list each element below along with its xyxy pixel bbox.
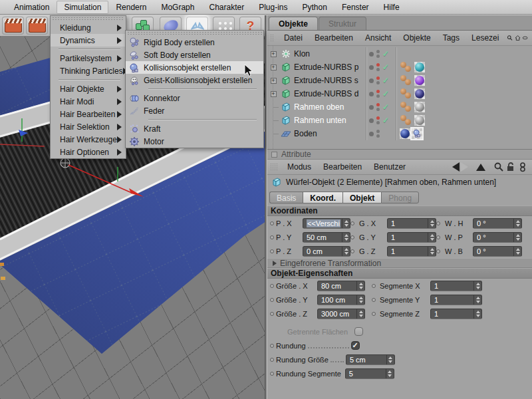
menu-animation[interactable]: Animation	[7, 1, 57, 14]
pz-field[interactable]: 0 cm	[303, 246, 350, 257]
keyframe-circle[interactable]	[270, 249, 274, 253]
lock-icon[interactable]	[505, 162, 516, 172]
layer-dot[interactable]	[369, 92, 374, 96]
visibility-dots[interactable]	[376, 116, 380, 124]
keyframe-circle[interactable]	[350, 221, 354, 225]
menu-item-hair-werkzeuge[interactable]: Hair Werkzeuge	[51, 133, 126, 146]
frozen-transformation-section[interactable]: Eingefrorene Transformation	[267, 258, 532, 268]
section-header-objekt-eigenschaften[interactable]: Objekt-Eigenschaften	[267, 268, 532, 279]
keyframe-circle[interactable]	[350, 249, 354, 253]
gz-field[interactable]: 1	[387, 246, 436, 257]
stepper[interactable]	[428, 247, 436, 256]
visibility-dots[interactable]	[376, 76, 380, 84]
enabled-check-icon[interactable]: ✓	[382, 49, 391, 59]
menu-item-thinking-particles[interactable]: Thinking Particles	[51, 65, 126, 77]
enabled-check-icon[interactable]: ✓	[382, 116, 391, 125]
menu-fenster[interactable]: Fenster	[334, 1, 376, 14]
menu-item-hair-selektion[interactable]: Hair Selektion	[51, 120, 126, 133]
compositing-tags[interactable]	[400, 62, 413, 72]
keyframe-circle[interactable]	[270, 298, 274, 302]
keyframe-circle[interactable]	[270, 221, 274, 225]
object-row-extrude-d[interactable]: + Extrude-NURBS d ✓	[267, 87, 532, 100]
search-icon[interactable]	[493, 162, 504, 172]
am-menu-bearbeiten[interactable]: Bearbeiten	[318, 161, 367, 173]
am-menu-benutzer[interactable]: Benutzer	[368, 161, 411, 173]
section-header-koordinaten[interactable]: Koordinaten	[267, 205, 532, 216]
keyframe-circle[interactable]	[270, 344, 274, 348]
wp-field[interactable]: 0 °	[473, 232, 522, 243]
stepper[interactable]	[473, 281, 481, 291]
menu-item-kraft[interactable]: Kraft	[126, 122, 263, 135]
separate-surfaces-checkbox[interactable]	[354, 327, 363, 336]
eye-icon[interactable]	[522, 33, 528, 43]
stepper[interactable]	[513, 219, 521, 228]
search-icon[interactable]	[507, 33, 513, 43]
stepper[interactable]	[513, 247, 521, 256]
stepper[interactable]	[428, 233, 436, 242]
menu-item-konnektor[interactable]: Konnektor	[126, 92, 263, 104]
menu-simulation[interactable]: Simulation	[57, 1, 108, 14]
menu-item-kleidung[interactable]: Kleidung	[51, 21, 126, 34]
material-tag[interactable]	[414, 102, 425, 112]
clapperboard-icon[interactable]	[2, 17, 24, 35]
tab-objekt[interactable]: Objekt	[342, 192, 381, 203]
expand-icon[interactable]: +	[271, 51, 277, 57]
enabled-check-icon[interactable]: ✓	[382, 76, 391, 85]
tab-phong[interactable]: Phong	[381, 192, 419, 203]
layer-dot[interactable]	[369, 132, 374, 136]
stepper[interactable]	[428, 219, 436, 228]
layer-dot[interactable]	[369, 65, 374, 70]
stepper[interactable]	[356, 309, 364, 319]
keyframe-circle[interactable]	[350, 235, 354, 239]
menu-item-dynamics[interactable]: Dynamics	[51, 34, 126, 47]
om-menu-objekte[interactable]: Objekte	[398, 32, 436, 44]
size-z-field[interactable]: 3000 cm	[317, 309, 365, 319]
stepper[interactable]	[473, 309, 481, 319]
menu-item-soft-body[interactable]: Soft Body erstellen	[126, 49, 263, 61]
tab-basis[interactable]: Basis	[269, 192, 303, 203]
menu-item-hair-objekte[interactable]: Hair Objekte	[51, 82, 126, 95]
px-field[interactable]: <<Verschi	[303, 218, 350, 229]
menu-plugins[interactable]: Plug-ins	[251, 1, 295, 14]
menu-item-hair-optionen[interactable]: Hair Optionen	[51, 146, 126, 158]
material-tag[interactable]	[400, 128, 410, 139]
tab-koord[interactable]: Koord.	[303, 192, 342, 203]
material-tag[interactable]	[414, 62, 425, 72]
keyframe-circle[interactable]	[436, 235, 440, 239]
wh-field[interactable]: 0 °	[473, 218, 522, 229]
keyframe-circle[interactable]	[270, 235, 274, 239]
visibility-dots[interactable]	[376, 50, 380, 58]
visibility-dots[interactable]	[376, 90, 380, 98]
segments-y-field[interactable]: 1	[430, 295, 482, 305]
stepper[interactable]	[356, 281, 364, 291]
history-icon[interactable]	[517, 162, 528, 172]
menu-item-hair-modi[interactable]: Hair Modi	[51, 95, 126, 108]
object-row-extrude-p[interactable]: + Extrude-NURBS p ✓	[267, 61, 532, 74]
om-menu-bearbeiten[interactable]: Bearbeiten	[309, 32, 358, 44]
menu-item-feder[interactable]: Feder	[126, 104, 263, 117]
am-menu-modus[interactable]: Modus	[282, 161, 317, 173]
object-row-klon[interactable]: + Klon ✓	[267, 47, 532, 61]
menu-python[interactable]: Python	[295, 1, 334, 14]
compositing-tags[interactable]	[400, 75, 413, 86]
segments-z-field[interactable]: 1	[430, 309, 482, 319]
keyframe-circle[interactable]	[372, 284, 376, 288]
menu-hilfe[interactable]: Hilfe	[376, 1, 407, 14]
menu-item-partikelsystem[interactable]: Partikelsystem	[51, 52, 126, 65]
visibility-dots[interactable]	[376, 130, 380, 138]
menu-item-motor[interactable]: Motor	[126, 135, 263, 148]
enabled-check-icon[interactable]: ✓	[382, 102, 391, 112]
layer-dot[interactable]	[369, 78, 374, 83]
om-menu-lesezeichen[interactable]: Lesezei	[466, 32, 504, 44]
fillet-segments-field[interactable]: 5	[345, 368, 394, 379]
size-x-field[interactable]: 80 cm	[317, 281, 365, 291]
menu-item-hair-bearbeiten[interactable]: Hair Bearbeiten	[51, 108, 126, 120]
gx-field[interactable]: 1	[387, 218, 436, 229]
enabled-check-icon[interactable]: ✓	[382, 89, 391, 98]
back-icon[interactable]	[452, 162, 460, 172]
object-row-rahmen-oben[interactable]: Rahmen oben ✓	[267, 100, 532, 114]
drag-handle-icon[interactable]	[270, 34, 275, 43]
compositing-tags[interactable]	[400, 102, 413, 112]
menu-mograph[interactable]: MoGraph	[154, 1, 201, 14]
forward-icon[interactable]	[461, 162, 468, 172]
